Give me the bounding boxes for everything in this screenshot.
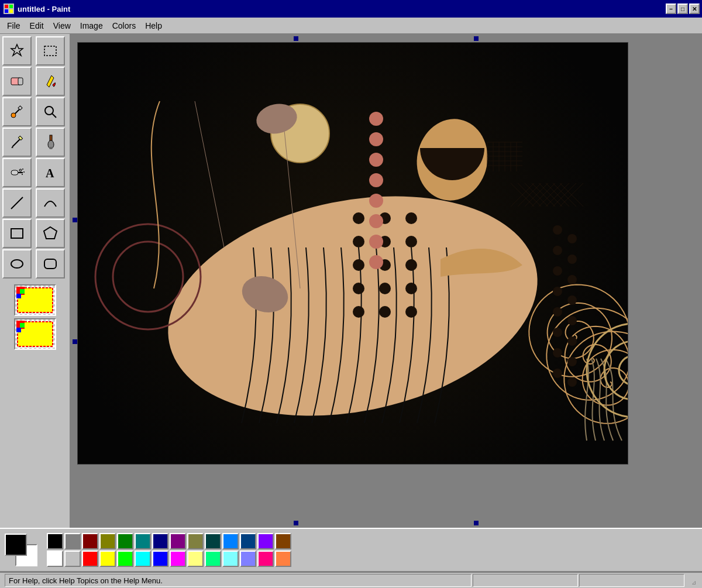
curve-tool[interactable] bbox=[36, 188, 65, 218]
current-colors-display bbox=[5, 534, 37, 566]
scroll-handle-bottom-right[interactable] bbox=[474, 521, 479, 525]
airbrush-tool[interactable] bbox=[2, 158, 32, 187]
svg-rect-40 bbox=[16, 294, 21, 298]
close-button[interactable]: ✕ bbox=[689, 4, 700, 14]
rectangle-tool[interactable] bbox=[2, 219, 32, 248]
palette-color-1[interactable] bbox=[64, 533, 81, 549]
palette-color-19[interactable] bbox=[135, 551, 151, 567]
palette-color-0[interactable] bbox=[47, 533, 63, 549]
palette-color-22[interactable] bbox=[187, 551, 204, 567]
polygon-tool[interactable] bbox=[36, 219, 65, 248]
menu-item-help[interactable]: Help bbox=[140, 19, 167, 32]
eraser-tool[interactable] bbox=[2, 67, 32, 96]
tool-grid: A bbox=[2, 36, 67, 278]
menu-item-file[interactable]: File bbox=[2, 19, 25, 32]
main-area: A bbox=[0, 34, 702, 528]
scroll-handle-left-bottom[interactable] bbox=[73, 339, 77, 344]
eyedropper-tool[interactable] bbox=[2, 97, 32, 126]
svg-text:A: A bbox=[46, 167, 54, 180]
palette-color-3[interactable] bbox=[99, 533, 116, 549]
palette-color-10[interactable] bbox=[222, 533, 239, 549]
palette-color-12[interactable] bbox=[257, 533, 274, 549]
palette-color-2[interactable] bbox=[82, 533, 98, 549]
palette-color-24[interactable] bbox=[222, 551, 239, 567]
palette-color-14[interactable] bbox=[47, 551, 63, 567]
pencil-tool[interactable] bbox=[2, 128, 32, 157]
svg-rect-28 bbox=[11, 229, 23, 238]
window-title: untitled - Paint bbox=[18, 5, 70, 13]
palette-color-4[interactable] bbox=[117, 533, 133, 549]
maximize-button[interactable]: □ bbox=[677, 4, 688, 14]
palette-color-8[interactable] bbox=[187, 533, 204, 549]
paint-canvas[interactable] bbox=[77, 42, 628, 465]
palette-color-20[interactable] bbox=[152, 551, 168, 567]
rect-select-tool[interactable] bbox=[36, 36, 65, 66]
svg-point-10 bbox=[11, 113, 16, 118]
palette-color-16[interactable] bbox=[82, 551, 98, 567]
status-text: For Help, click Help Topics on the Help … bbox=[5, 574, 472, 587]
app-icon bbox=[4, 4, 14, 14]
status-box-1 bbox=[473, 574, 578, 587]
menu-item-view[interactable]: View bbox=[49, 19, 75, 32]
svg-point-12 bbox=[45, 106, 53, 115]
fill-tool[interactable] bbox=[36, 67, 65, 96]
status-box-2 bbox=[579, 574, 684, 587]
scroll-handle-bottom-left[interactable] bbox=[294, 521, 298, 525]
scroll-handle-top-left[interactable] bbox=[294, 36, 298, 41]
svg-point-24 bbox=[23, 171, 25, 173]
ellipse-tool[interactable] bbox=[2, 249, 32, 278]
line-tool[interactable] bbox=[2, 188, 32, 218]
rounded-rect-tool[interactable] bbox=[36, 249, 65, 278]
menu-item-edit[interactable]: Edit bbox=[25, 19, 49, 32]
svg-marker-5 bbox=[11, 44, 23, 56]
svg-line-27 bbox=[11, 197, 23, 209]
palette-color-5[interactable] bbox=[135, 533, 151, 549]
status-bar: For Help, click Help Topics on the Help … bbox=[0, 572, 702, 588]
palette-color-27[interactable] bbox=[275, 551, 291, 567]
svg-rect-4 bbox=[9, 9, 13, 13]
svg-point-23 bbox=[22, 169, 23, 170]
palette-color-15[interactable] bbox=[64, 551, 81, 567]
title-left: untitled - Paint bbox=[4, 4, 70, 14]
palette-color-11[interactable] bbox=[240, 533, 256, 549]
magnify-tool[interactable] bbox=[36, 97, 65, 126]
scroll-handle-left-top[interactable] bbox=[73, 218, 77, 222]
svg-marker-29 bbox=[44, 227, 57, 239]
svg-point-30 bbox=[11, 260, 23, 268]
menu-bar: FileEditViewImageColorsHelp bbox=[0, 18, 702, 34]
color-preview-1[interactable] bbox=[14, 284, 56, 316]
free-select-tool[interactable] bbox=[2, 36, 32, 66]
svg-point-25 bbox=[22, 174, 23, 175]
palette-color-23[interactable] bbox=[205, 551, 221, 567]
palette-color-25[interactable] bbox=[240, 551, 256, 567]
svg-marker-15 bbox=[11, 147, 13, 148]
scroll-handle-top-right[interactable] bbox=[474, 36, 479, 41]
color-preview-2[interactable] bbox=[14, 318, 56, 350]
svg-rect-3 bbox=[5, 9, 8, 13]
resize-handle[interactable]: ⊿ bbox=[686, 574, 697, 587]
palette-color-26[interactable] bbox=[257, 551, 274, 567]
svg-rect-49 bbox=[16, 328, 21, 332]
color-preview-area bbox=[2, 284, 67, 350]
palette-color-13[interactable] bbox=[275, 533, 291, 549]
menu-item-colors[interactable]: Colors bbox=[108, 19, 140, 32]
text-tool[interactable]: A bbox=[36, 158, 65, 187]
svg-point-19 bbox=[49, 147, 53, 149]
minimize-button[interactable]: – bbox=[666, 4, 676, 14]
palette-color-6[interactable] bbox=[152, 533, 168, 549]
svg-rect-2 bbox=[9, 5, 13, 8]
svg-point-22 bbox=[19, 169, 22, 171]
svg-rect-1 bbox=[5, 5, 8, 8]
palette-color-17[interactable] bbox=[99, 551, 116, 567]
foreground-color-box[interactable] bbox=[5, 534, 27, 556]
brush-tool[interactable] bbox=[36, 128, 65, 157]
palette-color-9[interactable] bbox=[205, 533, 221, 549]
svg-rect-20 bbox=[11, 170, 18, 175]
palette-color-7[interactable] bbox=[170, 533, 186, 549]
canvas-inner bbox=[70, 34, 702, 528]
color-palette-area bbox=[0, 528, 702, 572]
toolbox: A bbox=[0, 34, 70, 528]
palette-color-18[interactable] bbox=[117, 551, 133, 567]
menu-item-image[interactable]: Image bbox=[75, 19, 108, 32]
palette-color-21[interactable] bbox=[170, 551, 186, 567]
